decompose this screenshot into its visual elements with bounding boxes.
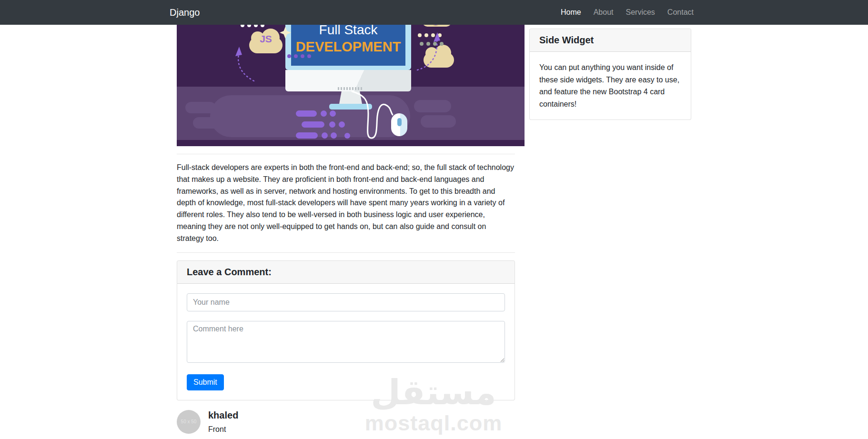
top-navbar: Django Home About Services Contact: [0, 0, 868, 25]
side-widget-title: Side Widget: [530, 29, 691, 52]
comment-author: khaled: [208, 410, 238, 421]
side-widget-body: You can put anything you want inside of …: [530, 52, 691, 120]
divider: [177, 154, 515, 154]
nav-item-about[interactable]: About: [589, 4, 618, 20]
post-body-text: Full-stack developers are experts in bot…: [177, 162, 515, 245]
avatar: 50 x 50: [177, 410, 201, 434]
comment-textarea[interactable]: [187, 321, 505, 363]
sidebar: Side Widget You can put anything you wan…: [522, 25, 698, 120]
comment-form: Submit: [187, 293, 505, 390]
nav-item-contact[interactable]: Contact: [663, 4, 698, 20]
js-badge: JS: [249, 33, 283, 45]
post-column: Full Stack DEVELOPMENT JS: [170, 25, 522, 434]
nav-item-services[interactable]: Services: [621, 4, 660, 20]
page-content: Full Stack DEVELOPMENT JS: [162, 25, 706, 434]
nav-item-home[interactable]: Home: [556, 4, 586, 20]
submit-button[interactable]: Submit: [187, 374, 224, 390]
brand-link[interactable]: Django: [170, 7, 200, 18]
hero-line-art: [177, 25, 525, 146]
side-widget-card: Side Widget You can put anything you wan…: [529, 29, 691, 120]
post-hero-image: Full Stack DEVELOPMENT JS: [177, 25, 525, 146]
comment-item: 50 x 50 khaled Front: [177, 410, 515, 434]
divider: [177, 252, 515, 253]
name-input[interactable]: [187, 293, 505, 311]
comment-form-title: Leave a Comment:: [177, 261, 515, 284]
nav-menu: Home About Services Contact: [553, 4, 698, 20]
comment-form-card: Leave a Comment: Submit: [177, 260, 515, 400]
comment-text: Front: [208, 425, 238, 434]
